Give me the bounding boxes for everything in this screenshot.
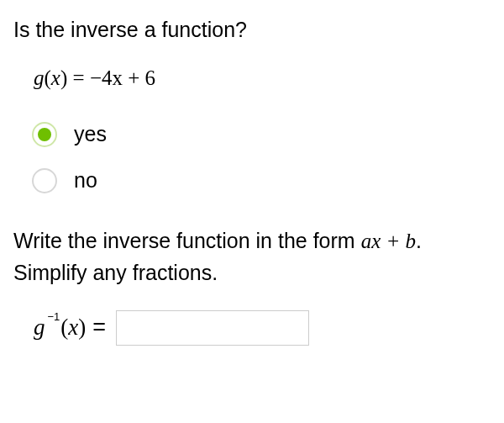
inverse-function-label: g−1(x) <box>34 312 86 344</box>
function-equation: g(x) = −4x + 6 <box>34 63 491 93</box>
open-paren: ( <box>45 66 51 89</box>
option-yes[interactable]: yes <box>32 119 491 149</box>
answer-input[interactable] <box>116 310 309 346</box>
close-paren-2: ) <box>78 312 86 344</box>
equation-rhs: −4x + 6 <box>90 66 155 89</box>
option-no-label: no <box>74 166 97 195</box>
answer-var: x <box>68 312 78 344</box>
option-no[interactable]: no <box>32 166 491 195</box>
answer-func-letter: g <box>34 312 45 344</box>
instruction-text: Write the inverse function in the form a… <box>13 225 491 288</box>
instruction-form: ax + b <box>361 230 416 252</box>
inverse-exponent: −1 <box>48 309 60 325</box>
equals-sign-2: = <box>92 312 106 344</box>
close-paren: ) <box>60 66 67 89</box>
radio-no[interactable] <box>32 168 57 193</box>
radio-yes[interactable] <box>32 122 57 147</box>
equation-func-letter: g <box>34 66 45 89</box>
option-yes-label: yes <box>74 119 107 149</box>
question-title: Is the inverse a function? <box>13 15 491 45</box>
open-paren-2: ( <box>60 312 68 344</box>
equation-var: x <box>51 66 60 89</box>
answer-row: g−1(x) = <box>34 310 491 346</box>
equals-sign: = <box>73 66 90 89</box>
radio-dot-icon <box>38 128 51 141</box>
instruction-prefix: Write the inverse function in the form <box>13 229 355 252</box>
option-group: yes no <box>32 119 491 195</box>
